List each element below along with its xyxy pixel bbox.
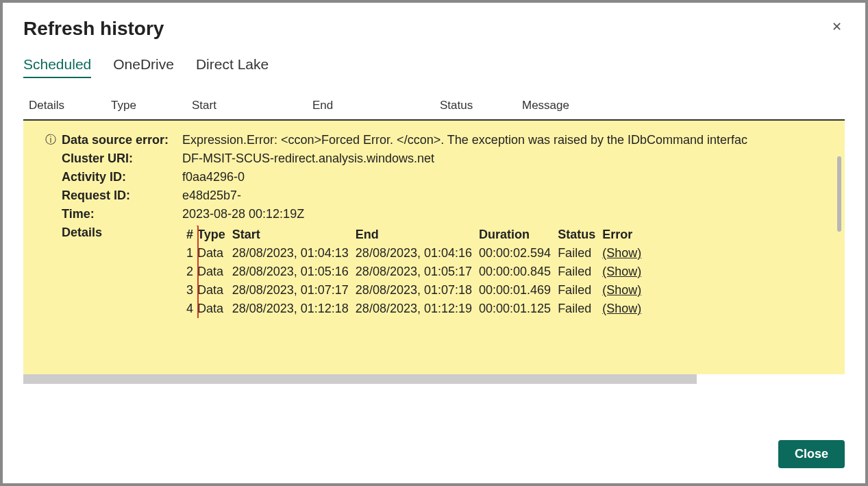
cell-num: 4 xyxy=(182,300,197,318)
tab-onedrive[interactable]: OneDrive xyxy=(113,56,174,78)
vertical-scrollbar[interactable] xyxy=(837,156,841,232)
dh-type: Type xyxy=(197,226,232,244)
dh-status: Status xyxy=(558,226,602,244)
row-time: Time: 2023-08-28 00:12:19Z xyxy=(62,207,845,221)
cell-status: Failed xyxy=(558,244,602,263)
info-icon: ⓘ xyxy=(45,133,56,147)
tab-scheduled[interactable]: Scheduled xyxy=(23,56,91,78)
details-row: 4 Data 28/08/2023, 01:12:18 28/08/2023, … xyxy=(182,300,648,318)
dh-start: Start xyxy=(232,226,356,244)
cell-num: 1 xyxy=(182,244,197,263)
cell-start: 28/08/2023, 01:05:16 xyxy=(232,263,356,281)
details-row: 1 Data 28/08/2023, 01:04:13 28/08/2023, … xyxy=(182,244,648,263)
label-data-source-error: Data source error: xyxy=(62,133,182,147)
dialog-footer: Close xyxy=(23,426,845,468)
cell-type: Data xyxy=(197,263,232,281)
dh-error: Error xyxy=(602,226,648,244)
show-error-link[interactable]: (Show) xyxy=(602,246,641,260)
cell-start: 28/08/2023, 01:12:18 xyxy=(232,300,356,318)
details-row: 3 Data 28/08/2023, 01:07:17 28/08/2023, … xyxy=(182,281,648,300)
dialog-title: Refresh history xyxy=(23,18,164,40)
cell-duration: 00:00:02.594 xyxy=(479,244,558,263)
col-status: Status xyxy=(440,99,522,112)
dh-duration: Duration xyxy=(479,226,558,244)
tab-bar: Scheduled OneDrive Direct Lake xyxy=(23,56,845,78)
cell-num: 3 xyxy=(182,281,197,300)
cell-duration: 00:00:00.845 xyxy=(479,263,558,281)
cell-type: Data xyxy=(197,281,232,300)
label-cluster-uri: Cluster URI: xyxy=(62,151,182,166)
show-error-link[interactable]: (Show) xyxy=(602,265,641,278)
label-details: Details xyxy=(62,226,182,240)
col-type: Type xyxy=(111,99,192,112)
cell-start: 28/08/2023, 01:07:17 xyxy=(232,281,356,300)
cell-type: Data xyxy=(197,300,232,318)
label-activity-id: Activity ID: xyxy=(62,170,182,184)
row-data-source-error: Data source error: Expression.Error: <cc… xyxy=(62,133,845,147)
value-time: 2023-08-28 00:12:19Z xyxy=(182,207,845,221)
cell-end: 28/08/2023, 01:05:17 xyxy=(356,263,479,281)
close-button[interactable]: Close xyxy=(778,440,845,468)
cell-status: Failed xyxy=(558,300,602,318)
error-kv-rows: Data source error: Expression.Error: <cc… xyxy=(62,133,845,318)
label-request-id: Request ID: xyxy=(62,189,182,203)
value-request-id: e48d25b7- xyxy=(182,189,845,203)
horizontal-scrollbar[interactable] xyxy=(23,374,697,384)
show-error-link[interactable]: (Show) xyxy=(602,283,641,297)
details-tbody: 1 Data 28/08/2023, 01:04:13 28/08/2023, … xyxy=(182,244,648,318)
details-row: 2 Data 28/08/2023, 01:05:16 28/08/2023, … xyxy=(182,263,648,281)
value-cluster-uri: DF-MSIT-SCUS-redirect.analysis.windows.n… xyxy=(182,151,845,166)
cell-duration: 00:00:01.125 xyxy=(479,300,558,318)
close-icon[interactable]: ✕ xyxy=(829,18,845,36)
col-end: End xyxy=(312,99,440,112)
dh-end: End xyxy=(356,226,479,244)
cell-num: 2 xyxy=(182,263,197,281)
row-details: Details # Type Start End Duration Status xyxy=(62,226,845,318)
details-header-row: # Type Start End Duration Status Error xyxy=(182,226,648,244)
dialog-header: Refresh history ✕ xyxy=(23,18,845,40)
cell-duration: 00:00:01.469 xyxy=(479,281,558,300)
details-table: # Type Start End Duration Status Error xyxy=(182,226,648,318)
tab-direct-lake[interactable]: Direct Lake xyxy=(196,56,269,78)
label-time: Time: xyxy=(62,207,182,221)
error-details-panel: ⓘ Data source error: Expression.Error: <… xyxy=(23,121,845,374)
row-request-id: Request ID: e48d25b7- xyxy=(62,189,845,203)
cell-end: 28/08/2023, 01:12:19 xyxy=(356,300,479,318)
col-message: Message xyxy=(522,99,839,112)
row-cluster-uri: Cluster URI: DF-MSIT-SCUS-redirect.analy… xyxy=(62,151,845,166)
col-details: Details xyxy=(29,99,111,112)
value-data-source-error: Expression.Error: <ccon>Forced Error. </… xyxy=(182,133,845,147)
row-activity-id: Activity ID: f0aa4296-0 xyxy=(62,170,845,184)
show-error-link[interactable]: (Show) xyxy=(602,302,641,315)
cell-end: 28/08/2023, 01:04:16 xyxy=(356,244,479,263)
dh-num: # xyxy=(182,226,197,244)
cell-status: Failed xyxy=(558,281,602,300)
col-start: Start xyxy=(192,99,312,112)
value-activity-id: f0aa4296-0 xyxy=(182,170,845,184)
history-column-headers: Details Type Start End Status Message xyxy=(23,99,845,121)
cell-end: 28/08/2023, 01:07:18 xyxy=(356,281,479,300)
cell-status: Failed xyxy=(558,263,602,281)
refresh-history-dialog: Refresh history ✕ Scheduled OneDrive Dir… xyxy=(3,3,865,483)
details-table-wrapper: # Type Start End Duration Status Error xyxy=(182,226,845,318)
cell-type: Data xyxy=(197,244,232,263)
cell-start: 28/08/2023, 01:04:13 xyxy=(232,244,356,263)
